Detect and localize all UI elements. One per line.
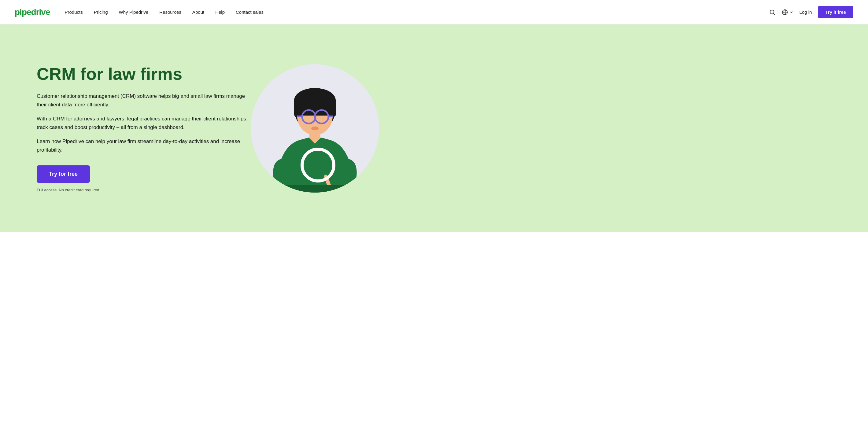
person-illustration bbox=[251, 64, 379, 193]
svg-line-1 bbox=[774, 13, 775, 15]
hero-cta: Try for free Full access. No credit card… bbox=[37, 165, 251, 192]
hero-desc-1: Customer relationship management (CRM) s… bbox=[37, 92, 251, 109]
nav-why-pipedrive[interactable]: Why Pipedrive bbox=[119, 9, 149, 15]
hero-footnote: Full access. No credit card required. bbox=[37, 188, 251, 192]
nav-actions: Log in Try it free bbox=[769, 6, 853, 18]
nav-help[interactable]: Help bbox=[215, 9, 225, 15]
nav-pricing[interactable]: Pricing bbox=[94, 9, 108, 15]
nav-links: Products Pricing Why Pipedrive Resources… bbox=[64, 9, 769, 15]
illustration-circle bbox=[251, 64, 379, 193]
svg-point-17 bbox=[345, 184, 358, 193]
logo[interactable]: pipedrive bbox=[15, 7, 50, 17]
nav-products[interactable]: Products bbox=[64, 9, 83, 15]
svg-rect-20 bbox=[251, 185, 379, 193]
nav-resources[interactable]: Resources bbox=[159, 9, 181, 15]
search-icon[interactable] bbox=[769, 9, 776, 15]
try-it-free-button[interactable]: Try it free bbox=[818, 6, 853, 18]
hero-illustration bbox=[251, 64, 379, 193]
navbar: pipedrive Products Pricing Why Pipedrive… bbox=[0, 0, 868, 25]
svg-line-12 bbox=[297, 116, 302, 117]
login-link[interactable]: Log in bbox=[800, 9, 812, 15]
svg-line-13 bbox=[329, 116, 333, 117]
hero-desc-3: Learn how Pipedrive can help your law fi… bbox=[37, 137, 251, 154]
nav-contact-sales[interactable]: Contact sales bbox=[236, 9, 264, 15]
try-for-free-button[interactable]: Try for free bbox=[37, 165, 90, 183]
globe-icon bbox=[782, 9, 788, 15]
language-selector[interactable] bbox=[782, 9, 794, 15]
svg-point-14 bbox=[311, 127, 318, 130]
hero-desc-2: With a CRM for attorneys and lawyers, le… bbox=[37, 115, 251, 132]
hero-content: CRM for law firms Customer relationship … bbox=[37, 64, 251, 192]
hero-section: CRM for law firms Customer relationship … bbox=[0, 25, 868, 232]
hero-title: CRM for law firms bbox=[37, 64, 251, 84]
svg-point-16 bbox=[272, 184, 285, 193]
nav-about[interactable]: About bbox=[192, 9, 204, 15]
chevron-down-icon bbox=[789, 10, 794, 14]
